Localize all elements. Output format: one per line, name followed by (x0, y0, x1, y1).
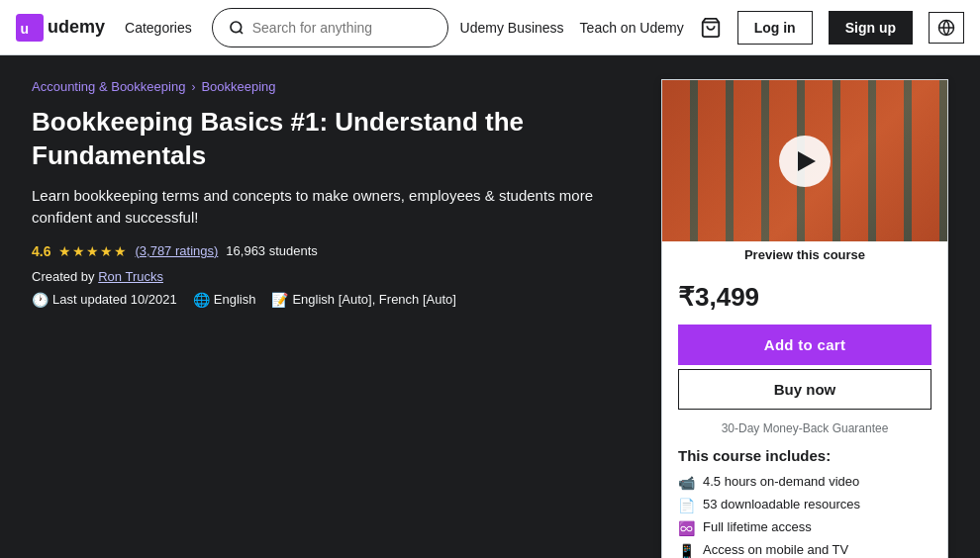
preview-card: Preview this course ₹3,499 Add to cart B… (661, 79, 948, 558)
course-price: ₹3,499 (678, 282, 759, 312)
star-3: ★ (86, 243, 99, 259)
course-title: Bookkeeping Basics #1: Understand the Fu… (32, 106, 637, 173)
add-to-cart-button[interactable]: Add to cart (678, 325, 931, 365)
language: 🌐 English (193, 292, 256, 308)
play-button[interactable] (779, 136, 831, 187)
categories-button[interactable]: Categories (117, 16, 200, 40)
search-bar-container (212, 8, 448, 47)
globe-icon (937, 19, 955, 37)
breadcrumb-parent[interactable]: Accounting & Bookkeeping (32, 79, 185, 94)
login-button[interactable]: Log in (737, 11, 813, 45)
preview-label: Preview this course (662, 241, 947, 266)
globe-small-icon: 🌐 (193, 292, 210, 308)
instructor-link[interactable]: Ron Trucks (98, 269, 163, 284)
price-section: ₹3,499 (662, 266, 947, 317)
include-item: 📹4.5 hours on-demand video (678, 474, 931, 491)
created-by: Created by Ron Trucks (32, 269, 637, 284)
star-rating: ★ ★ ★ ★ ★ (58, 243, 127, 259)
star-5-half: ★ (114, 243, 127, 259)
include-text-2: Full lifetime access (703, 519, 812, 534)
include-item: ♾️Full lifetime access (678, 519, 931, 536)
clock-icon: 🕐 (32, 292, 49, 308)
include-text-1: 53 downloadable resources (703, 497, 860, 512)
course-description: Learn bookkeeping terms and concepts to … (32, 185, 637, 230)
search-input[interactable] (252, 20, 432, 36)
search-icon (229, 20, 245, 36)
include-item: 📱Access on mobile and TV (678, 542, 931, 558)
svg-line-3 (240, 31, 243, 34)
udemy-logo-icon: u (16, 14, 44, 42)
logo[interactable]: u udemy (16, 14, 105, 42)
language-button[interactable] (929, 12, 964, 44)
include-icon-0: 📹 (678, 475, 695, 491)
includes-title: This course includes: (678, 447, 931, 464)
star-4: ★ (100, 243, 113, 259)
include-text-3: Access on mobile and TV (703, 542, 848, 557)
hero-content: Accounting & Bookkeeping › Bookkeeping B… (32, 79, 637, 308)
include-icon-1: 📄 (678, 498, 695, 513)
star-1: ★ (58, 243, 71, 259)
svg-text:u: u (20, 21, 29, 37)
students-count: 16,963 students (226, 243, 318, 258)
nav-links: Udemy Business Teach on Udemy Log in Sig… (460, 11, 964, 45)
include-item: 📄53 downloadable resources (678, 497, 931, 513)
logo-text: udemy (48, 17, 105, 38)
udemy-business-link[interactable]: Udemy Business (460, 20, 564, 36)
svg-point-2 (231, 22, 242, 33)
cart-icon[interactable] (700, 17, 722, 39)
include-text-0: 4.5 hours on-demand video (703, 474, 859, 489)
rating-number: 4.6 (32, 243, 50, 259)
star-2: ★ (72, 243, 85, 259)
hero-section: Accounting & Bookkeeping › Bookkeeping B… (0, 55, 980, 558)
meta-row: 🕐 Last updated 10/2021 🌐 English 📝 Engli… (32, 292, 637, 308)
navbar: u udemy Categories Udemy Business Teach … (0, 0, 980, 55)
buy-now-button[interactable]: Buy now (678, 369, 931, 410)
breadcrumb-current[interactable]: Bookkeeping (201, 79, 275, 94)
rating-row: 4.6 ★ ★ ★ ★ ★ (3,787 ratings) 16,963 stu… (32, 243, 637, 259)
includes-list: 📹4.5 hours on-demand video📄53 downloadab… (678, 474, 931, 558)
money-back-guarantee: 30-Day Money-Back Guarantee (662, 418, 947, 447)
ratings-link[interactable]: (3,787 ratings) (135, 243, 218, 258)
captions: 📝 English [Auto], French [Auto] (271, 292, 455, 308)
signup-button[interactable]: Sign up (829, 11, 913, 45)
captions-icon: 📝 (271, 292, 288, 308)
course-thumbnail[interactable] (662, 80, 947, 241)
include-icon-3: 📱 (678, 543, 695, 558)
breadcrumb-separator: › (191, 80, 195, 94)
teach-link[interactable]: Teach on Udemy (580, 20, 684, 36)
include-icon-2: ♾️ (678, 520, 695, 536)
course-includes: This course includes: 📹4.5 hours on-dema… (662, 447, 947, 558)
breadcrumb: Accounting & Bookkeeping › Bookkeeping (32, 79, 637, 94)
last-updated: 🕐 Last updated 10/2021 (32, 292, 177, 308)
play-triangle-icon (798, 151, 816, 171)
